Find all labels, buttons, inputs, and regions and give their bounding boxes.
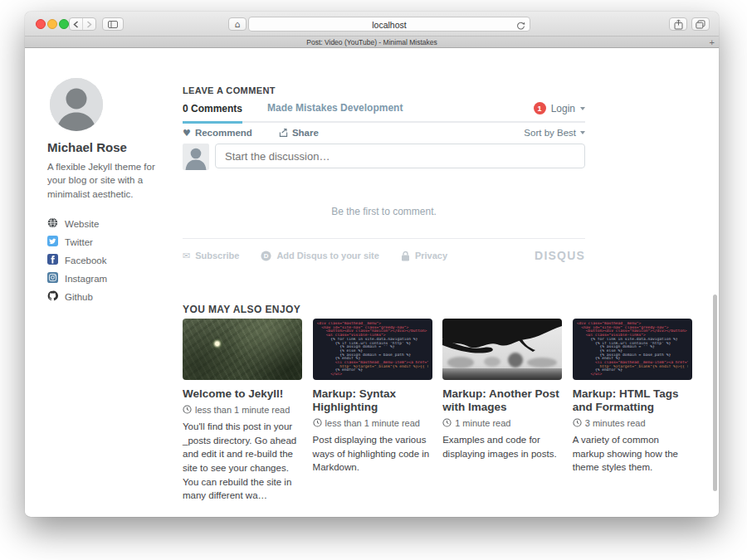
- clock-icon: [183, 405, 192, 414]
- url-text: localhost: [249, 20, 530, 30]
- post-title[interactable]: Welcome to Jekyll!: [183, 387, 302, 401]
- minimize-window-button[interactable]: [47, 19, 57, 29]
- post-title[interactable]: Markup: HTML Tags and Formatting: [573, 387, 692, 414]
- post-thumbnail-moss-photo[interactable]: [183, 319, 302, 380]
- lock-icon: [401, 251, 410, 261]
- tab-overview-button[interactable]: [691, 17, 710, 31]
- share-icon: [674, 19, 683, 30]
- code-line: </ul>: [577, 373, 688, 377]
- related-posts-grid: Welcome to Jekyll!less than 1 minute rea…: [183, 319, 692, 503]
- author-bio: A flexible Jekyll theme for your blog or…: [47, 160, 170, 201]
- sidebar-icon: [108, 21, 118, 28]
- tab-bar: Post: Video (YouTube) - Minimal Mistakes…: [25, 37, 719, 48]
- sidebar-toggle-button[interactable]: [102, 17, 124, 31]
- active-tab[interactable]: Post: Video (YouTube) - Minimal Mistakes: [25, 38, 719, 46]
- chevron-right-icon: [86, 21, 92, 28]
- post-thumbnail-tree-photo[interactable]: [442, 319, 562, 380]
- subscribe-link[interactable]: ✉ Subscribe: [183, 251, 239, 261]
- sidebar-link-label: Github: [65, 292, 93, 302]
- empty-state-text: Be the first to comment.: [183, 206, 585, 217]
- login-label: Login: [551, 103, 575, 114]
- back-button[interactable]: [70, 18, 82, 30]
- globe-icon: [47, 217, 58, 231]
- related-post-card: Markup: Another Post with Images1 minute…: [442, 319, 562, 503]
- related-post-card: <div class="masthead__menu"> <nav id="si…: [313, 319, 432, 503]
- post-thumbnail-code-screenshot[interactable]: <div class="masthead__menu"> <nav id="si…: [313, 319, 432, 380]
- sort-by-best-dropdown[interactable]: Sort by Best: [524, 128, 585, 138]
- share-comments-button[interactable]: Share: [279, 128, 319, 138]
- post-title[interactable]: Markup: Syntax Highlighting: [313, 387, 432, 414]
- post-excerpt: Examples and code for displaying images …: [442, 433, 562, 460]
- post-thumbnail-code-screenshot[interactable]: <div class="masthead__menu"> <nav id="si…: [573, 319, 692, 380]
- new-tab-button[interactable]: +: [710, 37, 715, 48]
- reload-icon: [516, 22, 525, 31]
- page-content: Michael Rose A flexible Jekyll theme for…: [25, 48, 719, 515]
- close-window-button[interactable]: [36, 19, 46, 29]
- post-title[interactable]: Markup: Another Post with Images: [442, 387, 562, 414]
- address-bar[interactable]: localhost: [248, 17, 530, 32]
- person-silhouette-icon: [183, 144, 209, 170]
- zoom-window-button[interactable]: [59, 19, 69, 29]
- disqus-actions-row: ♥ Recommend Share Sort by Best: [183, 128, 585, 138]
- reload-button[interactable]: [516, 19, 525, 34]
- vertical-scrollbar[interactable]: [713, 295, 717, 491]
- facebook-icon: [47, 253, 58, 268]
- forward-button[interactable]: [82, 18, 95, 30]
- sidebar-link-twitter[interactable]: Twitter: [47, 237, 176, 248]
- privacy-link[interactable]: Privacy: [401, 251, 447, 261]
- share-arrow-icon: [279, 129, 288, 138]
- add-disqus-link[interactable]: D Add Disqus to your site: [261, 251, 378, 261]
- post-excerpt: A variety of common markup showing how t…: [573, 433, 692, 475]
- sidebar-link-github[interactable]: Github: [47, 292, 176, 303]
- sidebar-link-instagram[interactable]: Instagram: [47, 274, 176, 285]
- clock-icon: [313, 418, 322, 427]
- share-button[interactable]: [669, 17, 687, 31]
- sidebar-link-label: Facebook: [65, 256, 107, 265]
- sidebar-link-facebook[interactable]: Facebook: [47, 256, 176, 266]
- sidebar-link-label: Instagram: [65, 274, 107, 284]
- privacy-label: Privacy: [415, 251, 447, 261]
- clock-icon: [442, 418, 452, 427]
- home-button[interactable]: ⌂: [228, 17, 247, 31]
- read-time-text: less than 1 minute read: [195, 405, 290, 415]
- login-control[interactable]: 1 Login: [534, 102, 585, 121]
- commenter-avatar: [183, 144, 209, 170]
- recommend-button[interactable]: ♥ Recommend: [183, 128, 252, 138]
- disqus-tabs: 0 Comments Made Mistakes Development 1 L…: [183, 100, 585, 123]
- envelope-icon: ✉: [183, 251, 190, 261]
- chevron-down-icon: [580, 107, 585, 110]
- svg-text:D: D: [264, 252, 269, 260]
- clock-icon: [573, 418, 582, 427]
- read-time-text: less than 1 minute read: [325, 418, 420, 428]
- share-label: Share: [292, 128, 319, 138]
- safari-window: ⌂ localhost Post: Video (YouTube) - Mini…: [25, 12, 719, 517]
- twitter-icon: [47, 235, 58, 250]
- read-time-text: 3 minutes read: [585, 418, 646, 428]
- instagram-icon: [47, 271, 58, 286]
- author-name: Michael Rose: [47, 140, 176, 154]
- read-time-meta: 3 minutes read: [573, 418, 692, 428]
- github-icon: [47, 290, 58, 304]
- author-links: WebsiteTwitterFacebookInstagramGithub: [47, 219, 176, 303]
- related-post-card: Welcome to Jekyll!less than 1 minute rea…: [183, 319, 302, 503]
- subscribe-label: Subscribe: [195, 251, 239, 261]
- login-notification-badge: 1: [534, 102, 546, 114]
- disqus-logo: DISQUS: [535, 249, 585, 262]
- chevron-left-icon: [73, 21, 79, 28]
- divider: [183, 238, 585, 239]
- heart-icon: ♥: [183, 129, 191, 138]
- code-line: </ul>: [317, 373, 428, 377]
- disqus-d-icon: D: [261, 251, 271, 261]
- read-time-text: 1 minute read: [455, 418, 510, 428]
- tab-community-link[interactable]: Made Mistakes Development: [267, 102, 403, 121]
- read-time-meta: 1 minute read: [442, 418, 562, 428]
- sidebar-link-label: Website: [65, 219, 99, 229]
- related-heading: YOU MAY ALSO ENJOY: [183, 304, 300, 315]
- sidebar-link-website[interactable]: Website: [47, 219, 176, 230]
- comment-input[interactable]: [215, 144, 585, 168]
- browser-titlebar: ⌂ localhost: [25, 12, 719, 37]
- author-sidebar: Michael Rose A flexible Jekyll theme for…: [47, 78, 176, 310]
- tab-comment-count[interactable]: 0 Comments: [183, 103, 242, 124]
- history-nav-group: [69, 17, 96, 31]
- post-excerpt: You'll find this post in your _posts dir…: [183, 420, 302, 503]
